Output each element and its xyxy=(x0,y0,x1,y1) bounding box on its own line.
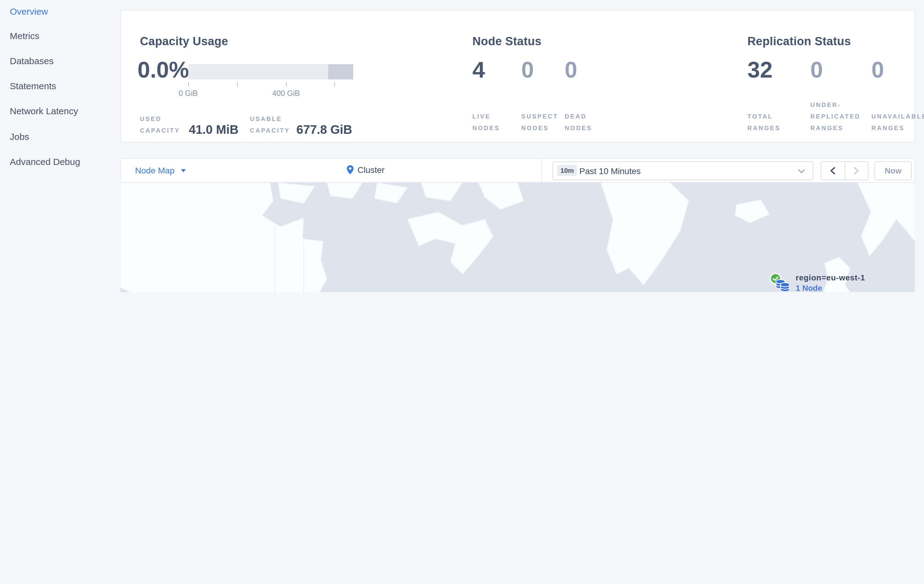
under-replicated-label: RANGES xyxy=(810,122,860,134)
usable-capacity-value: 677.8 GiB xyxy=(296,123,352,137)
sidebar: Overview Metrics Databases Statements Ne… xyxy=(0,0,120,292)
node-map[interactable]: region=us-west-1 1 Node 0% CAPACITY 12.2… xyxy=(120,183,915,292)
used-capacity-label: USED xyxy=(140,113,180,125)
time-range-dropdown[interactable]: 10m Past 10 Minutes xyxy=(553,161,813,180)
suspect-nodes-value: 0 xyxy=(521,58,534,82)
live-nodes-label: LIVE xyxy=(472,110,500,122)
dead-nodes-value: 0 xyxy=(565,58,577,82)
sidebar-item-metrics[interactable]: Metrics xyxy=(10,31,40,41)
live-nodes-label: NODES xyxy=(472,122,500,134)
chevron-down-icon xyxy=(798,169,805,173)
usable-capacity-label: CAPACITY xyxy=(250,125,290,136)
time-step-back-button[interactable] xyxy=(821,162,845,179)
under-replicated-label: REPLICATED xyxy=(810,110,860,122)
chevron-down-icon xyxy=(181,169,185,172)
dead-nodes-label: DEAD xyxy=(565,110,592,122)
under-replicated-value: 0 xyxy=(810,58,823,82)
capacity-tick xyxy=(334,82,335,87)
time-step-controls xyxy=(821,161,868,180)
total-ranges-label: RANGES xyxy=(747,122,780,134)
total-ranges-value: 32 xyxy=(747,58,772,82)
used-capacity-label: CAPACITY xyxy=(140,125,180,136)
time-range-badge: 10m xyxy=(557,165,577,176)
database-stack-icon xyxy=(775,277,791,292)
sidebar-item-overview[interactable]: Overview xyxy=(10,6,48,16)
breadcrumb[interactable]: Cluster xyxy=(346,165,385,175)
capacity-percent: 0.0% xyxy=(137,58,189,82)
capacity-gauge: 0% CAPACITY xyxy=(784,291,845,292)
dead-nodes-label: NODES xyxy=(565,122,592,134)
db-console-overview-page: Overview Metrics Databases Statements Ne… xyxy=(0,0,924,292)
region-label: region=eu-west-1 xyxy=(796,273,865,282)
sidebar-item-advanced-debug[interactable]: Advanced Debug xyxy=(10,156,80,167)
sidebar-item-databases[interactable]: Databases xyxy=(10,56,53,66)
view-selector-label: Node Map xyxy=(135,166,175,175)
under-replicated-label: UNDER- xyxy=(810,99,860,110)
time-step-forward-button[interactable] xyxy=(845,162,868,179)
unavailable-ranges-label: UNAVAILABLE xyxy=(871,110,924,122)
suspect-nodes-label: NODES xyxy=(521,122,558,134)
map-pin-icon xyxy=(346,165,354,175)
time-range-label: Past 10 Minutes xyxy=(579,166,641,176)
sidebar-item-statements[interactable]: Statements xyxy=(10,81,56,91)
suspect-nodes-label: SUSPECT xyxy=(521,110,558,122)
view-selector-dropdown[interactable]: Node Map xyxy=(135,166,185,175)
cluster-summary-panel: Capacity Usage 0.0% 0 GiB 400 GiB USED C… xyxy=(120,10,915,142)
capacity-tick xyxy=(237,82,238,87)
capacity-bar-reserved-segment xyxy=(328,64,353,79)
usable-capacity-label: USABLE xyxy=(250,113,290,125)
chevron-left-icon xyxy=(830,167,836,175)
replication-status-title: Replication Status xyxy=(747,35,851,48)
capacity-tick xyxy=(286,82,287,87)
toolbar-divider xyxy=(541,159,542,183)
total-ranges-label: TOTAL xyxy=(747,110,780,122)
region-marker-eu-west-1: region=eu-west-1 1 Node 0% CAPACITY 12.5… xyxy=(769,273,877,292)
gauge-arc xyxy=(784,291,845,292)
used-capacity-value: 41.0 MiB xyxy=(189,123,238,137)
breadcrumb-label: Cluster xyxy=(358,165,385,175)
capacity-tick-label: 0 GiB xyxy=(170,89,206,98)
now-button[interactable]: Now xyxy=(874,161,912,180)
map-toolbar: Node Map Cluster 10m Past 10 Minutes xyxy=(120,158,915,183)
capacity-bar xyxy=(188,64,353,79)
chevron-right-icon xyxy=(854,167,859,175)
node-status-title: Node Status xyxy=(472,35,541,48)
live-nodes-value: 4 xyxy=(472,58,485,82)
sidebar-item-jobs[interactable]: Jobs xyxy=(10,132,29,142)
unavailable-ranges-value: 0 xyxy=(871,58,884,82)
sidebar-item-network-latency[interactable]: Network Latency xyxy=(10,106,78,116)
capacity-usage-title: Capacity Usage xyxy=(140,35,228,48)
capacity-tick xyxy=(188,82,189,87)
unavailable-ranges-label: RANGES xyxy=(871,122,924,134)
capacity-tick-label: 400 GiB xyxy=(265,89,307,98)
